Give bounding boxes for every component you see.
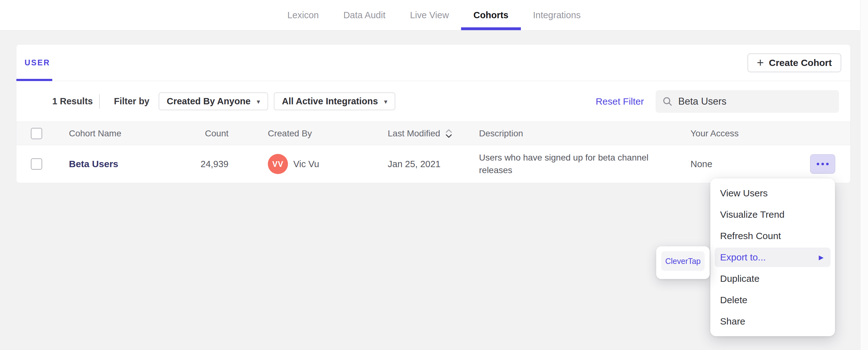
vertical-scrollbar[interactable]	[860, 0, 868, 350]
dot-icon	[826, 163, 829, 165]
last-modified-cell: Jan 25, 2021	[369, 159, 463, 169]
menu-item-view-users[interactable]: View Users	[710, 182, 835, 204]
nav-tab-label: Integrations	[533, 10, 581, 21]
sort-icon[interactable]	[445, 129, 453, 139]
search-input[interactable]	[678, 96, 832, 107]
filter-by-label: Filter by	[114, 96, 150, 106]
plus-icon: +	[757, 57, 764, 69]
panel-tabs-row: USER + Create Cohort	[17, 45, 850, 81]
last-modified-value: Jan 25, 2021	[388, 159, 441, 169]
header-checkbox-cell	[17, 128, 59, 139]
user-tab-underline	[17, 79, 52, 81]
cohort-count: 24,939	[196, 159, 234, 169]
row-actions-cell	[769, 154, 850, 174]
creator-name: Vic Vu	[293, 159, 319, 169]
created-by-dropdown[interactable]: Created By Anyone ▾	[159, 92, 268, 110]
created-by-cell: VV Vic Vu	[234, 154, 369, 174]
dot-icon	[822, 163, 824, 165]
results-count: 1 Results	[52, 96, 93, 106]
menu-item-duplicate[interactable]: Duplicate	[710, 268, 835, 289]
row-checkbox[interactable]	[31, 159, 42, 170]
created-by-dropdown-value: Created By Anyone	[167, 96, 250, 106]
nav-tab-label: Lexicon	[287, 10, 319, 21]
cohort-name-link[interactable]: Beta Users	[69, 159, 118, 169]
search-box	[656, 90, 839, 113]
header-last-modified-label: Last Modified	[388, 129, 440, 139]
avatar: VV	[268, 154, 288, 174]
header-cohort-name: Cohort Name	[59, 129, 196, 139]
reset-filter-link[interactable]: Reset Filter	[596, 96, 644, 107]
header-your-access: Your Access	[674, 129, 769, 139]
chevron-down-icon: ▾	[257, 98, 260, 105]
active-tab-underline	[461, 27, 521, 30]
menu-item-export-to[interactable]: Export to... ▶	[715, 248, 831, 267]
nav-tab-integrations[interactable]: Integrations	[521, 0, 593, 30]
cohort-description: Users who have signed up for beta channe…	[463, 151, 674, 177]
tab-user[interactable]: USER	[25, 45, 50, 81]
cohorts-panel: USER + Create Cohort 1 Results Filter by…	[16, 44, 851, 183]
select-all-checkbox[interactable]	[31, 128, 42, 139]
nav-tab-label: Cohorts	[473, 10, 508, 21]
integrations-dropdown-value: All Active Integrations	[282, 96, 378, 106]
menu-item-export-label: Export to...	[720, 252, 766, 262]
table-header-row: Cohort Name Count Created By Last Modifi…	[17, 121, 850, 145]
your-access-value: None	[674, 159, 769, 169]
header-created-by: Created By	[234, 129, 369, 139]
nav-tab-label: Live View	[410, 10, 449, 21]
create-cohort-label: Create Cohort	[769, 58, 832, 68]
menu-item-visualize-trend[interactable]: Visualize Trend	[710, 204, 835, 225]
tab-user-label: USER	[25, 58, 50, 67]
header-last-modified[interactable]: Last Modified	[369, 129, 463, 139]
cohort-name-cell: Beta Users	[59, 159, 196, 169]
integrations-dropdown[interactable]: All Active Integrations ▾	[274, 92, 396, 110]
submenu-arrow-icon: ▶	[819, 253, 824, 261]
submenu-item-clevertap[interactable]: CleverTap	[661, 251, 705, 271]
top-navigation-bar: Lexicon Data Audit Live View Cohorts Int…	[0, 0, 868, 31]
nav-tab-data-audit[interactable]: Data Audit	[331, 0, 398, 30]
header-description: Description	[463, 127, 674, 140]
export-submenu: CleverTap	[656, 246, 710, 279]
divider	[99, 94, 100, 109]
chevron-down-icon: ▾	[384, 98, 388, 105]
nav-tab-label: Data Audit	[343, 10, 385, 21]
menu-item-refresh-count[interactable]: Refresh Count	[710, 225, 835, 247]
menu-item-share[interactable]: Share	[710, 311, 835, 332]
create-cohort-button[interactable]: + Create Cohort	[747, 54, 841, 72]
row-context-menu: View Users Visualize Trend Refresh Count…	[710, 178, 835, 336]
row-overflow-menu-button[interactable]	[810, 154, 835, 174]
table-row: Beta Users 24,939 VV Vic Vu Jan 25, 2021…	[17, 145, 850, 183]
header-count: Count	[196, 129, 234, 139]
row-checkbox-cell	[17, 159, 59, 170]
nav-tab-lexicon[interactable]: Lexicon	[275, 0, 331, 30]
menu-item-delete[interactable]: Delete	[710, 289, 835, 311]
nav-tab-cohorts[interactable]: Cohorts	[461, 0, 521, 30]
search-icon	[662, 97, 673, 106]
nav-tab-live-view[interactable]: Live View	[398, 0, 461, 30]
dot-icon	[817, 163, 819, 165]
filter-bar: 1 Results Filter by Created By Anyone ▾ …	[17, 81, 850, 121]
